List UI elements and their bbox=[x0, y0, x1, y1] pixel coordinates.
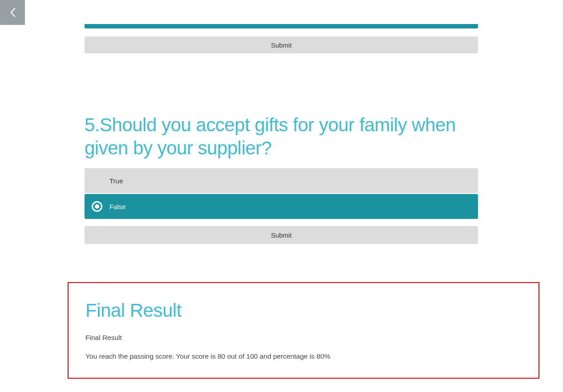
final-result-panel: Final Result Final Result You reach the … bbox=[68, 282, 539, 379]
option-true[interactable]: True bbox=[85, 168, 478, 193]
result-message: You reach the passing score. Your score … bbox=[85, 352, 522, 360]
option-label: True bbox=[109, 177, 123, 185]
question-title: 5.Should you accept gifts for your famil… bbox=[85, 113, 478, 159]
radio-selected-icon bbox=[92, 201, 102, 212]
submit-button-prev[interactable]: Submit bbox=[85, 36, 478, 53]
result-title: Final Result bbox=[85, 300, 522, 321]
result-subtitle: Final Result bbox=[85, 334, 522, 342]
option-label: False bbox=[109, 203, 126, 210]
previous-question-bottom-bar bbox=[85, 24, 478, 28]
chevron-left-icon bbox=[9, 8, 16, 17]
question-5: 5.Should you accept gifts for your famil… bbox=[85, 113, 478, 244]
back-button[interactable] bbox=[0, 0, 25, 25]
submit-button-q5[interactable]: Submit bbox=[85, 226, 478, 244]
submit-label: Submit bbox=[271, 231, 292, 239]
options-group: True False bbox=[85, 168, 478, 219]
submit-label: Submit bbox=[271, 41, 292, 49]
option-false[interactable]: False bbox=[85, 194, 478, 219]
